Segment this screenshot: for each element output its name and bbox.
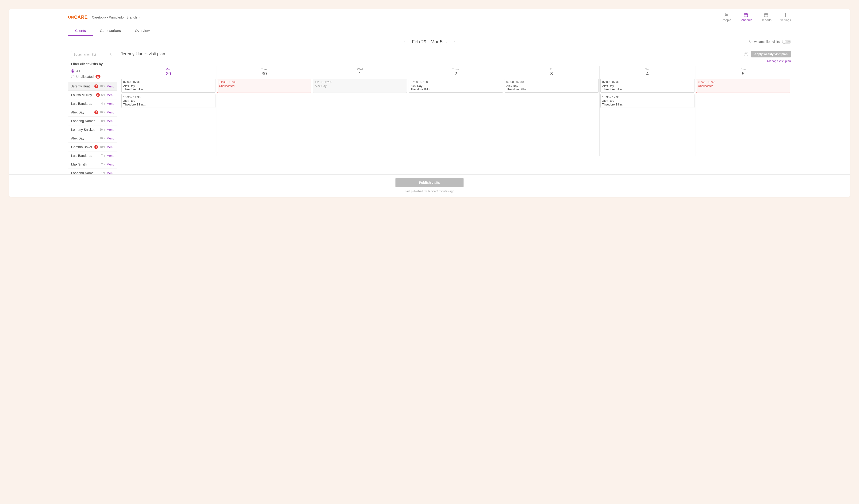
main-nav: People Schedule Reports Settings bbox=[722, 13, 791, 22]
nav-schedule[interactable]: Schedule bbox=[740, 13, 752, 22]
day-column: Sun509:45 - 10:45Unallocated bbox=[695, 66, 791, 156]
filter-unallocated-label: Unallocated bbox=[76, 75, 94, 79]
visit-card[interactable]: 13:30 - 14:30Alex DayTheodore Billin… bbox=[121, 94, 215, 108]
logo: ONCARE bbox=[68, 15, 88, 20]
client-name: Luis Bandaras bbox=[71, 154, 100, 158]
nav-people[interactable]: People bbox=[722, 13, 731, 22]
client-row[interactable]: Jeremy Hunt218hrMenu bbox=[68, 82, 117, 91]
radio-icon bbox=[71, 75, 74, 78]
visit-card[interactable]: 11:30 - 12:30Alex Day bbox=[313, 79, 407, 93]
date-range-button[interactable]: Feb 29 - Mar 5 ⌄ bbox=[412, 39, 447, 45]
visit-worker: Theodore Billin… bbox=[602, 88, 693, 91]
client-row[interactable]: Luis Bandaras4hrMenu bbox=[68, 99, 117, 108]
manage-visit-plan-link[interactable]: Manage visit plan bbox=[121, 59, 791, 63]
client-menu-link[interactable]: Menu bbox=[107, 145, 114, 149]
client-hours: 7hr bbox=[101, 154, 105, 157]
client-list[interactable]: Jeremy Hunt218hrMenuLouisa Murray36hrMen… bbox=[68, 82, 117, 174]
client-hours: 0hr bbox=[101, 119, 105, 123]
day-header[interactable]: Sun5 bbox=[695, 66, 791, 79]
day-of-week: Thurs bbox=[408, 68, 503, 71]
search-input[interactable] bbox=[71, 51, 114, 58]
visit-worker: Alex Day bbox=[602, 100, 693, 103]
visit-plan-header: Jeremy Hunt's visit plan ? Apply weekly … bbox=[121, 51, 791, 58]
visit-worker: Alex Day bbox=[123, 100, 214, 103]
day-number: 2 bbox=[408, 71, 503, 76]
svg-rect-2 bbox=[744, 14, 748, 17]
visit-card[interactable]: 07:00 - 07:30Alex DayTheodore Billin… bbox=[600, 79, 694, 93]
client-menu-link[interactable]: Menu bbox=[107, 102, 114, 106]
day-header[interactable]: Sat4 bbox=[600, 66, 695, 79]
client-row[interactable]: Louisa Murray36hrMenu bbox=[68, 91, 117, 99]
day-number: 4 bbox=[600, 71, 695, 76]
client-name: Alex Day bbox=[71, 137, 98, 140]
apply-weekly-plan-button[interactable]: Apply weekly visit plan bbox=[751, 51, 791, 58]
client-menu-link[interactable]: Menu bbox=[107, 119, 114, 123]
day-body: 07:00 - 07:30Alex DayTheodore Billin…18:… bbox=[600, 79, 695, 156]
visit-worker: Unallocated bbox=[698, 84, 788, 88]
footer: Publish visits Last published by Janice … bbox=[10, 174, 849, 197]
help-icon[interactable]: ? bbox=[744, 52, 748, 56]
week-grid: Mon2907:00 - 07:30Alex DayTheodore Billi… bbox=[121, 66, 791, 156]
visit-time: 11:30 - 12:30 bbox=[219, 80, 309, 84]
client-hours: 21hr bbox=[100, 171, 105, 174]
client-alert-badge: 2 bbox=[94, 84, 98, 88]
next-week-button[interactable] bbox=[452, 38, 457, 45]
show-cancelled-toggle[interactable]: On bbox=[782, 40, 791, 44]
client-row[interactable]: Max Smith2hrMenu bbox=[68, 160, 117, 169]
branch-selector[interactable]: Caretopia - Wimbledon Branch ⌄ bbox=[92, 15, 140, 19]
svg-rect-3 bbox=[765, 14, 768, 17]
client-menu-link[interactable]: Menu bbox=[107, 154, 114, 158]
visit-card[interactable]: 18:30 - 19:30Alex DayTheodore Billin… bbox=[600, 94, 694, 108]
nav-reports[interactable]: Reports bbox=[761, 13, 771, 22]
visit-time: 07:00 - 07:30 bbox=[507, 80, 597, 84]
publish-visits-button[interactable]: Publish visits bbox=[395, 178, 464, 187]
client-name: Max Smith bbox=[71, 162, 100, 166]
filter-all-radio[interactable]: All bbox=[68, 68, 117, 74]
visit-card[interactable]: 07:00 - 07:30Alex DayTheodore Billin… bbox=[504, 79, 599, 93]
visit-card[interactable]: 07:00 - 07:30Alex DayTheodore Billin… bbox=[409, 79, 503, 93]
client-row[interactable]: Alex Day316hrMenu bbox=[68, 108, 117, 117]
client-name: Loooong Named… bbox=[71, 171, 98, 174]
client-row[interactable]: Lemony Snicket16hrMenu bbox=[68, 125, 117, 134]
visit-worker: Theodore Billin… bbox=[123, 103, 214, 106]
tab-overview[interactable]: Overview bbox=[128, 25, 157, 36]
client-menu-link[interactable]: Menu bbox=[107, 128, 114, 131]
client-hours: 16hr bbox=[100, 111, 105, 114]
nav-settings[interactable]: Settings bbox=[780, 13, 791, 22]
client-menu-link[interactable]: Menu bbox=[107, 93, 114, 97]
tab-clients[interactable]: Clients bbox=[68, 25, 93, 36]
day-header[interactable]: Tues30 bbox=[216, 66, 312, 79]
day-number: 29 bbox=[121, 71, 216, 76]
visit-time: 07:00 - 07:30 bbox=[123, 80, 214, 84]
date-range-picker: Feb 29 - Mar 5 ⌄ bbox=[402, 38, 457, 45]
visit-time: 09:45 - 10:45 bbox=[698, 80, 788, 84]
client-menu-link[interactable]: Menu bbox=[107, 163, 114, 166]
client-name: Loooong Named… bbox=[71, 119, 100, 123]
filter-unallocated-radio[interactable]: Unallocated 11 bbox=[68, 74, 117, 79]
client-row[interactable]: Loooong Named…0hrMenu bbox=[68, 117, 117, 125]
day-header[interactable]: Fri3 bbox=[504, 66, 599, 79]
client-menu-link[interactable]: Menu bbox=[107, 137, 114, 140]
day-header[interactable]: Mon29 bbox=[121, 66, 216, 79]
client-menu-link[interactable]: Menu bbox=[107, 85, 114, 88]
toggle-knob bbox=[783, 40, 786, 43]
client-row[interactable]: Luis Bandaras7hrMenu bbox=[68, 152, 117, 160]
tab-care-workers[interactable]: Care workers bbox=[93, 25, 128, 36]
day-header[interactable]: Thurs2 bbox=[408, 66, 503, 79]
client-menu-link[interactable]: Menu bbox=[107, 171, 114, 175]
visit-card[interactable]: 11:30 - 12:30Unallocated bbox=[217, 79, 311, 93]
day-column: Fri307:00 - 07:30Alex DayTheodore Billin… bbox=[504, 66, 600, 156]
search-icon bbox=[108, 52, 112, 57]
visit-worker: Theodore Billin… bbox=[602, 103, 693, 106]
client-row[interactable]: Alex Day16hrMenu bbox=[68, 134, 117, 143]
visit-card[interactable]: 09:45 - 10:45Unallocated bbox=[696, 79, 790, 93]
client-menu-link[interactable]: Menu bbox=[107, 111, 114, 114]
client-row[interactable]: Gemma Baker310hrMenu bbox=[68, 143, 117, 152]
day-number: 5 bbox=[695, 71, 791, 76]
visit-card[interactable]: 07:00 - 07:30Alex DayTheodore Billin… bbox=[121, 79, 215, 93]
last-published-note: Last published by Janice 2 minutes ago bbox=[10, 190, 849, 193]
client-row[interactable]: Loooong Named…21hrMenu bbox=[68, 169, 117, 174]
day-column: Sat407:00 - 07:30Alex DayTheodore Billin… bbox=[600, 66, 695, 156]
day-header[interactable]: Wed1 bbox=[312, 66, 408, 79]
prev-week-button[interactable] bbox=[402, 38, 407, 45]
